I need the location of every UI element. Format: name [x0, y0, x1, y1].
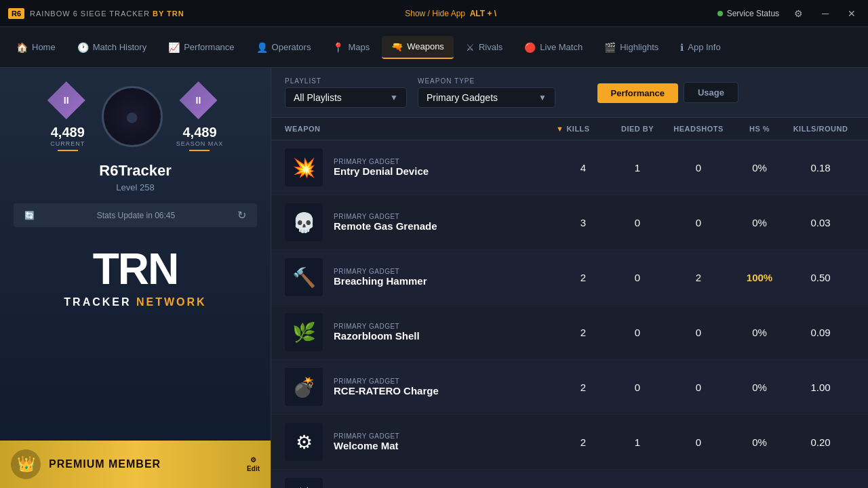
playlist-value: All Playlists — [294, 92, 349, 103]
filters-bar: Playlist All Playlists ▼ Weapon Type Pri… — [271, 68, 868, 118]
weapon-type: Primary Gadget — [334, 378, 439, 385]
stat-kills: 2 — [556, 272, 610, 283]
rank-season-max-box: II 4,489 SEASON MAX — [176, 81, 224, 151]
kills-header: Kills — [566, 125, 589, 133]
th-hs-percent[interactable]: HS % — [732, 125, 787, 133]
maps-icon: 📍 — [332, 42, 344, 53]
stat-hs-percent: 0% — [732, 327, 787, 338]
nav-operators[interactable]: 👤 Operators — [247, 37, 321, 58]
stat-headshots: 2 — [665, 272, 732, 283]
live-match-icon: 🔴 — [524, 42, 536, 53]
weapon-cell: 💀 Primary Gadget Remote Gas Grenade — [285, 203, 556, 241]
service-status: Service Status — [717, 9, 779, 18]
nav-bar: 🏠 Home 🕐 Match History 📈 Performance 👤 O… — [0, 27, 868, 68]
stat-kills: 3 — [556, 217, 610, 228]
weapon-type-select[interactable]: Primary Gadgets ▼ — [418, 87, 555, 108]
app-title: RAINBOW 6 SIEGE TRACKER by TRN — [30, 9, 184, 18]
weapon-icon: 💥 — [285, 148, 323, 186]
minimize-button[interactable]: ─ — [818, 7, 833, 20]
table-row: ✨ Primary Gadget Cluster Charge 1 0 0 0%… — [271, 470, 868, 488]
edit-label: Edit — [247, 465, 260, 472]
weapon-info: Primary Gadget Entry Denial Device — [334, 158, 429, 177]
weapon-cell: ⚙ Primary Gadget Welcome Mat — [285, 423, 556, 461]
stat-headshots: 0 — [665, 382, 732, 393]
nav-weapons-label: Weapons — [407, 41, 444, 52]
stat-kills-round: 0.20 — [787, 436, 854, 448]
r6-logo: R6 — [8, 8, 24, 19]
th-headshots[interactable]: Headshots — [665, 125, 732, 133]
stat-kills-round: 0.09 — [787, 327, 854, 338]
stat-hs-percent: 0% — [732, 162, 787, 174]
weapon-cell: ✨ Primary Gadget Cluster Charge — [285, 478, 556, 488]
weapon-info: Primary Gadget Razorbloom Shell — [334, 323, 420, 342]
stat-died-by: 0 — [610, 327, 665, 338]
nav-live-match[interactable]: 🔴 Live Match — [515, 37, 592, 58]
stat-died-by: 0 — [610, 217, 665, 228]
nav-match-history[interactable]: 🕐 Match History — [68, 37, 156, 58]
stat-hs-percent: 100% — [732, 272, 787, 283]
edit-button[interactable]: ⚙ Edit — [247, 456, 260, 472]
nav-highlights[interactable]: 🎬 Highlights — [595, 37, 668, 58]
performance-icon: 📈 — [168, 42, 180, 53]
weapon-name: Welcome Mat — [334, 440, 399, 451]
nav-rivals[interactable]: ⚔ Rivals — [456, 37, 512, 58]
playlist-dropdown-arrow: ▼ — [390, 93, 398, 102]
stat-headshots: 0 — [665, 162, 732, 174]
stat-hs-percent: 0% — [732, 217, 787, 228]
weapons-icon: 🔫 — [391, 41, 403, 52]
stat-headshots: 0 — [665, 217, 732, 228]
weapon-name: Remote Gas Grenade — [334, 220, 437, 232]
playlist-select[interactable]: All Playlists ▼ — [285, 87, 407, 108]
th-weapon: Weapon — [285, 125, 556, 133]
premium-label: PREMIUM MEMBER — [49, 458, 239, 470]
stat-kills-round: 0.18 — [787, 162, 854, 174]
th-kills[interactable]: ▼ Kills — [556, 125, 610, 133]
level: Level 258 — [116, 182, 154, 192]
rank-season-underline — [189, 150, 210, 151]
nav-maps-label: Maps — [348, 42, 370, 52]
nav-maps[interactable]: 📍 Maps — [323, 37, 379, 58]
weapon-cell: 💣 Primary Gadget RCE-RATERO Charge — [285, 368, 556, 406]
stat-hs-percent: 0% — [732, 382, 787, 393]
trn-tracker: TRACKER — [64, 296, 131, 308]
weapon-icon: 💀 — [285, 203, 323, 241]
stat-headshots: 0 — [665, 327, 732, 338]
weapon-type: Primary Gadget — [334, 432, 399, 440]
stat-died-by: 1 — [610, 162, 665, 174]
title-bar: R6 RAINBOW 6 SIEGE TRACKER by TRN Show /… — [0, 0, 868, 27]
gear-icon: ⚙ — [250, 456, 256, 464]
trn-logo-section: TRN TRACKER NETWORK — [64, 247, 206, 308]
trn-network: NETWORK — [136, 296, 207, 308]
table-row: 🌿 Primary Gadget Razorbloom Shell 2 0 0 … — [271, 305, 868, 360]
stat-died-by: 0 — [610, 382, 665, 393]
rank-season-score: 4,489 — [182, 125, 216, 140]
status-dot — [717, 11, 723, 16]
rank-current-box: II 4,489 CURRENT — [47, 81, 88, 151]
weapon-icon: 🔨 — [285, 258, 323, 296]
weapon-name: Breaching Hammer — [334, 275, 427, 287]
weapon-info: Primary Gadget Welcome Mat — [334, 432, 399, 451]
settings-button[interactable]: ⚙ — [790, 7, 807, 20]
nav-app-info[interactable]: ℹ App Info — [671, 37, 730, 58]
nav-home[interactable]: 🏠 Home — [7, 37, 65, 58]
close-button[interactable]: ✕ — [844, 7, 860, 20]
weapons-table: Weapon ▼ Kills Died By Headshots HS % Ki… — [271, 118, 868, 488]
nav-weapons[interactable]: 🔫 Weapons — [382, 36, 454, 59]
refresh-button[interactable]: ↻ — [237, 209, 246, 222]
nav-app-info-label: App Info — [688, 42, 720, 52]
stat-kills: 4 — [556, 162, 610, 174]
performance-view-button[interactable]: Performance — [597, 83, 678, 103]
username: R6Tracker — [99, 162, 171, 180]
trn-subtitle: TRACKER NETWORK — [64, 296, 206, 308]
sidebar: II 4,489 CURRENT ● II 4,489 SEASON MAX — [0, 68, 271, 488]
home-icon: 🏠 — [16, 42, 28, 53]
sort-arrow: ▼ — [556, 125, 564, 133]
nav-performance[interactable]: 📈 Performance — [159, 37, 243, 58]
stat-kills: 2 — [556, 327, 610, 338]
th-died-by[interactable]: Died By — [610, 125, 665, 133]
th-kills-round[interactable]: Kills/Round — [787, 125, 854, 133]
show-hide-label: Show / Hide App — [405, 9, 465, 18]
usage-view-button[interactable]: Usage — [684, 82, 738, 103]
rank-diamond-season: II — [179, 81, 217, 119]
weapon-type: Primary Gadget — [334, 158, 429, 165]
